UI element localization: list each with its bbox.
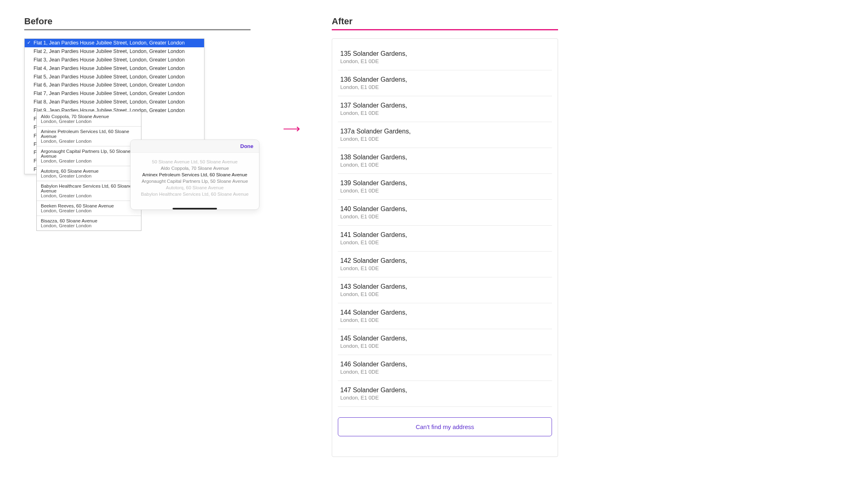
after-column: After 135 Solander Gardens,London, E1 0D… xyxy=(332,16,558,457)
dropdown-option[interactable]: Flat 8, Jean Pardies House Jubilee Stree… xyxy=(25,98,204,106)
address-line2: London, E1 0DE xyxy=(340,395,550,401)
before-column: Before Flat 1, Jean Pardies House Jubile… xyxy=(24,16,251,265)
dropdown-option[interactable]: Flat 5, Jean Pardies House Jubilee Stree… xyxy=(25,73,204,81)
address-line1: 138 Solander Gardens, xyxy=(340,154,550,161)
autocomplete-option[interactable]: Aldo Coppola, 70 Sloane AvenueLondon, Gr… xyxy=(37,112,141,127)
autocomplete-popup[interactable]: Aldo Coppola, 70 Sloane AvenueLondon, Gr… xyxy=(36,111,141,231)
address-option[interactable]: 142 Solander Gardens,London, E1 0DE xyxy=(338,252,552,277)
address-line1: 145 Solander Gardens, xyxy=(340,335,550,342)
address-line1: 137 Solander Gardens, xyxy=(340,102,550,109)
arrow-right-icon: ⟶ xyxy=(283,121,299,135)
picker-row[interactable]: Aldo Coppola, 70 Sloane Avenue xyxy=(135,165,255,171)
address-option[interactable]: 144 Solander Gardens,London, E1 0DE xyxy=(338,303,552,329)
address-option[interactable]: 139 Solander Gardens,London, E1 0DE xyxy=(338,174,552,200)
address-option[interactable]: 137 Solander Gardens,London, E1 0DE xyxy=(338,96,552,122)
address-option[interactable]: 141 Solander Gardens,London, E1 0DE xyxy=(338,226,552,252)
ios-picker[interactable]: Done 50 Sloane Avenue Ltd, 50 Sloane Ave… xyxy=(130,140,259,210)
address-line2: London, E1 0DE xyxy=(340,110,550,116)
dropdown-option[interactable]: Flat 4, Jean Pardies House Jubilee Stree… xyxy=(25,64,204,73)
arrow-divider: ⟶ xyxy=(283,16,299,135)
before-heading: Before xyxy=(24,16,251,30)
address-line1: 139 Solander Gardens, xyxy=(340,180,550,187)
address-option[interactable]: 146 Solander Gardens,London, E1 0DE xyxy=(338,355,552,381)
address-line2: London, E1 0DE xyxy=(340,136,550,142)
address-line1: 137a Solander Gardens, xyxy=(340,128,550,135)
picker-row[interactable]: Aminex Petroleum Services Ltd, 60 Sloane… xyxy=(135,171,255,178)
picker-wheel[interactable]: 50 Sloane Avenue Ltd, 50 Sloane AvenueAl… xyxy=(131,153,259,205)
after-heading: After xyxy=(332,16,558,30)
picker-home-indicator xyxy=(173,208,217,209)
address-line2: London, E1 0DE xyxy=(340,239,550,245)
address-line1: 146 Solander Gardens, xyxy=(340,361,550,368)
address-option[interactable]: 147 Solander Gardens,London, E1 0DE xyxy=(338,381,552,407)
picker-toolbar: Done xyxy=(131,140,259,153)
autocomplete-option[interactable]: Aminex Petroleum Services Ltd, 60 Sloane… xyxy=(37,127,141,146)
address-option[interactable]: 136 Solander Gardens,London, E1 0DE xyxy=(338,70,552,96)
address-line1: 136 Solander Gardens, xyxy=(340,76,550,83)
dropdown-option[interactable]: Flat 3, Jean Pardies House Jubilee Stree… xyxy=(25,56,204,64)
address-line2: London, E1 0DE xyxy=(340,188,550,194)
autocomplete-option[interactable]: Babylon Healthcare Services Ltd, 60 Sloa… xyxy=(37,181,141,201)
address-option[interactable]: 135 Solander Gardens,London, E1 0DE xyxy=(338,44,552,70)
address-option[interactable]: 143 Solander Gardens,London, E1 0DE xyxy=(338,277,552,303)
address-line1: 143 Solander Gardens, xyxy=(340,283,550,290)
autocomplete-option[interactable]: Autotorq, 60 Sloane AvenueLondon, Greate… xyxy=(37,166,141,181)
address-line1: 142 Solander Gardens, xyxy=(340,257,550,264)
dropdown-option[interactable]: Flat 1, Jean Pardies House Jubilee Stree… xyxy=(25,39,204,47)
picker-done-button[interactable]: Done xyxy=(240,143,254,149)
address-line2: London, E1 0DE xyxy=(340,317,550,323)
cant-find-address-button[interactable]: Can't find my address xyxy=(338,417,552,436)
address-line2: London, E1 0DE xyxy=(340,265,550,271)
address-line1: 147 Solander Gardens, xyxy=(340,387,550,394)
address-option[interactable]: 145 Solander Gardens,London, E1 0DE xyxy=(338,329,552,355)
before-stage: Flat 1, Jean Pardies House Jubilee Stree… xyxy=(24,38,251,265)
address-line1: 144 Solander Gardens, xyxy=(340,309,550,316)
address-line2: London, E1 0DE xyxy=(340,84,550,90)
dropdown-option[interactable]: Flat 2, Jean Pardies House Jubilee Stree… xyxy=(25,47,204,56)
address-line1: 141 Solander Gardens, xyxy=(340,231,550,239)
address-option[interactable]: 138 Solander Gardens,London, E1 0DE xyxy=(338,148,552,174)
address-option[interactable]: 140 Solander Gardens,London, E1 0DE xyxy=(338,200,552,226)
picker-row[interactable]: Autotorq, 60 Sloane Avenue xyxy=(135,184,255,191)
address-list: 135 Solander Gardens,London, E1 0DE136 S… xyxy=(338,44,552,407)
address-line1: 140 Solander Gardens, xyxy=(340,205,550,213)
dropdown-option[interactable]: Flat 6, Jean Pardies House Jubilee Stree… xyxy=(25,81,204,89)
address-line2: London, E1 0DE xyxy=(340,214,550,220)
dropdown-option[interactable]: Flat 7, Jean Pardies House Jubilee Stree… xyxy=(25,89,204,98)
picker-row[interactable]: 50 Sloane Avenue Ltd, 50 Sloane Avenue xyxy=(135,159,255,165)
address-line2: London, E1 0DE xyxy=(340,343,550,349)
autocomplete-option[interactable]: Beeken Reeves, 60 Sloane AvenueLondon, G… xyxy=(37,201,141,216)
address-line2: London, E1 0DE xyxy=(340,369,550,375)
address-line2: London, E1 0DE xyxy=(340,291,550,297)
autocomplete-option[interactable]: Argonaught Capital Partners Llp, 50 Sloa… xyxy=(37,146,141,166)
address-line2: London, E1 0DE xyxy=(340,162,550,168)
picker-row[interactable]: Babylon Healthcare Services Ltd, 60 Sloa… xyxy=(135,191,255,197)
autocomplete-option[interactable]: Bisazza, 60 Sloane AvenueLondon, Greater… xyxy=(37,216,141,230)
address-line2: London, E1 0DE xyxy=(340,58,550,64)
address-list-card: 135 Solander Gardens,London, E1 0DE136 S… xyxy=(332,38,558,457)
picker-row[interactable]: Argonaught Capital Partners Llp, 50 Sloa… xyxy=(135,178,255,184)
address-line1: 135 Solander Gardens, xyxy=(340,50,550,57)
address-option[interactable]: 137a Solander Gardens,London, E1 0DE xyxy=(338,122,552,148)
